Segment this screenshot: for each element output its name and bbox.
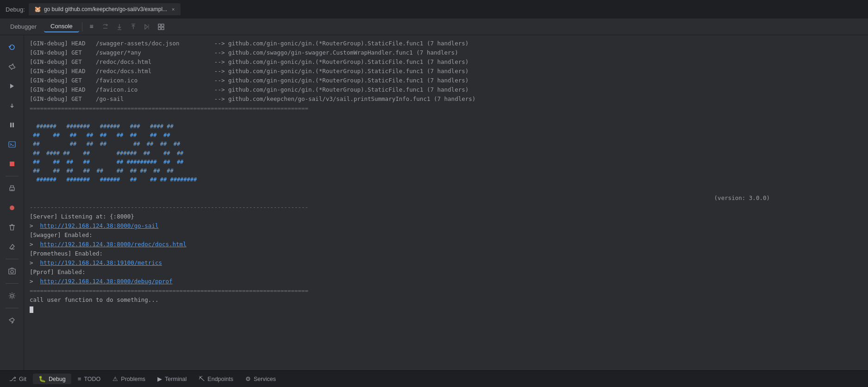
svg-point-23 [11,294,13,297]
toolbar-run-to-cursor-btn[interactable] [141,20,154,33]
rerun-btn[interactable] [4,39,20,56]
call-user-function: call user function to do something... [30,295,862,305]
terminal-icon: ▶ [157,375,162,382]
svg-rect-6 [158,24,161,26]
resume-btn[interactable] [4,78,20,94]
toolbar-menu-btn[interactable]: ≡ [85,20,98,33]
go-icon: 🐹 [34,6,41,12]
svg-rect-11 [10,123,12,127]
prometheus-link-line: > http://192.168.124.38:19100/metrics [30,258,862,268]
problems-icon: ⚠ [112,375,118,382]
status-tab-services-label: Services [254,376,276,382]
print-btn[interactable] [4,180,20,197]
step-over-btn[interactable] [4,97,20,114]
console-cursor-line [30,305,862,314]
ascii-art-5: ## ## ## ## ## ######### ## ## [30,158,862,167]
console-line: [GIN-debug] GET /redoc/docs.html --> git… [30,57,862,67]
status-tab-problems-label: Problems [121,376,145,382]
tab-console[interactable]: Console [44,21,79,32]
status-tab-todo-label: TODO [84,376,100,382]
status-tab-terminal[interactable]: ▶ Terminal [152,374,192,384]
pprof-enabled: [Pprof] Enabled: [30,268,862,277]
console-output[interactable]: [GIN-debug] HEAD /swagger-assets/doc.jso… [24,35,868,370]
console-separator-2: ----------------------------------------… [30,203,862,212]
prometheus-enabled: [Prometheus] Enabled: [30,249,862,258]
svg-point-18 [10,206,14,210]
sidebar [0,35,24,370]
console-blank [30,113,862,122]
console-line: [GIN-debug] HEAD /favicon.ico --> github… [30,85,862,94]
status-tab-debug-label: Debug [49,376,66,382]
console-line: [GIN-debug] GET /go-sail --> github.com/… [30,94,862,104]
toolbar: Debugger Console ≡ [0,19,868,35]
status-tab-git-label: Git [19,376,26,382]
delete-btn[interactable] [4,219,20,236]
stop-btn[interactable] [4,156,20,172]
record-btn[interactable] [4,200,20,216]
server-link-line: > http://192.168.124.38:8000/go-sail [30,221,862,231]
toolbar-step-over-btn[interactable] [99,20,112,33]
gear-btn[interactable] [4,287,20,304]
status-tab-git[interactable]: ⎇ Git [4,374,32,384]
pin-btn[interactable] [4,312,20,329]
tab-debugger[interactable]: Debugger [4,21,43,32]
status-tab-endpoints[interactable]: ⛏ Endpoints [193,374,239,384]
git-icon: ⎇ [9,375,16,382]
status-tab-todo[interactable]: ≡ TODO [72,374,106,384]
toolbar-step-into-btn[interactable] [113,20,126,33]
svg-point-22 [11,270,13,273]
ascii-art-4: ## #### ## ## ###### ## ## ## [30,149,862,158]
ascii-art-6: ## ## ## ## ## ## ## ## ## ## [30,167,862,175]
server-link[interactable]: http://192.168.124.38:8000/go-sail [40,222,159,229]
svg-rect-15 [10,162,14,166]
svg-rect-7 [162,24,164,26]
ascii-art-7: ###### ####### ###### ## ## ## ######## [30,175,862,184]
wrench-btn[interactable] [4,58,20,75]
sidebar-sep-4 [6,308,19,308]
status-tab-terminal-label: Terminal [165,376,187,382]
version-line: (version: 3.0.0) [30,194,862,203]
swagger-enabled: [Swagger] Enabled: [30,231,862,240]
status-tab-problems[interactable]: ⚠ Problems [107,374,151,384]
swagger-link[interactable]: http://192.168.124.38:8000/redoc/docs.ht… [40,241,187,248]
toolbar-step-out-btn[interactable] [127,20,140,33]
svg-rect-8 [158,27,161,30]
toolbar-settings-btn[interactable] [155,20,168,33]
pause-btn[interactable] [4,117,20,133]
prometheus-link[interactable]: http://192.168.124.38:19100/metrics [40,259,162,266]
console-separator: ========================================… [30,104,862,113]
status-tab-services[interactable]: ⚙ Services [240,374,281,384]
svg-rect-12 [12,123,14,127]
status-tab-debug[interactable]: 🐛 Debug [33,374,71,384]
ascii-art-3: ## ## ## ## ## ## ## ## [30,140,862,149]
console-line: [GIN-debug] GET /favicon.ico --> github.… [30,76,862,85]
title-bar: Debug: 🐹 go build github.com/keepchen/go… [0,0,868,19]
console-btn[interactable] [4,136,20,153]
console-separator-3: ========================================… [30,286,862,295]
sidebar-sep-2 [6,259,19,259]
console-cursor [30,306,33,313]
tab-close-btn[interactable]: × [172,6,175,12]
pprof-link-line: > http://192.168.124.38:8000/debug/pprof [30,277,862,286]
svg-rect-17 [11,189,13,191]
sidebar-sep-1 [6,176,19,176]
process-tab-text: go build github.com/keepchen/go-sail/v3/… [44,6,167,12]
main-area: [GIN-debug] HEAD /swagger-assets/doc.jso… [0,35,868,370]
debug-label: Debug: [6,6,25,13]
process-tab[interactable]: 🐹 go build github.com/keepchen/go-sail/v… [29,3,181,15]
screenshot-btn[interactable] [4,263,20,280]
endpoints-icon: ⛏ [199,375,205,382]
server-listening: [Server] Listening at: {:8000} [30,212,862,221]
console-blank-2 [30,184,862,194]
erase-btn[interactable] [4,238,20,255]
services-icon: ⚙ [245,375,251,382]
console-line: [GIN-debug] HEAD /redoc/docs.html --> gi… [30,67,862,76]
status-bar: ⎇ Git 🐛 Debug ≡ TODO ⚠ Problems ▶ Termin… [0,370,868,387]
svg-rect-9 [162,27,164,30]
pprof-link[interactable]: http://192.168.124.38:8000/debug/pprof [40,278,173,285]
console-line: [GIN-debug] HEAD /swagger-assets/doc.jso… [30,39,862,48]
sidebar-sep-3 [6,283,19,284]
swagger-link-line: > http://192.168.124.38:8000/redoc/docs.… [30,240,862,249]
console-line: [GIN-debug] GET /swagger/*any --> github… [30,48,862,57]
status-tab-endpoints-label: Endpoints [207,376,233,382]
